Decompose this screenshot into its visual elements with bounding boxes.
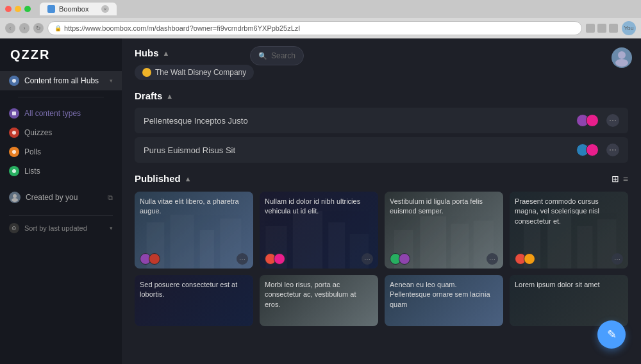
published-section-header: Published ▲ ⊞ ≡ [135, 173, 628, 184]
svg-point-0 [12, 79, 16, 83]
card-bottom-4[interactable]: Lorem ipsum dolor sit amet [510, 275, 628, 326]
svg-point-8 [615, 59, 628, 67]
card-2-image: Nullam id dolor id nibh ultricies vehicu… [260, 192, 378, 269]
hub-icon [9, 76, 19, 86]
create-fab[interactable]: ✎ [597, 320, 626, 349]
sidebar-item-polls[interactable]: Polls [0, 142, 122, 161]
hubs-arrow-icon: ▲ [163, 49, 170, 57]
card-bottom-4-text: Lorem ipsum dolor sit amet [510, 275, 628, 295]
close-button[interactable] [5, 6, 12, 12]
browser-tab[interactable]: Boombox × [40, 3, 117, 15]
browser-toolbar: ‹ › ↻ 🔒 https://www.boombox.com/m/dashbo… [0, 18, 641, 38]
app-container: QZZR Content from all Hubs ▾ All content… [0, 38, 641, 364]
sort-icon: ⊙ [9, 223, 19, 233]
lock-icon: 🔒 [54, 25, 62, 31]
hubs-title: Hubs ▲ [135, 47, 169, 58]
drafts-title: Drafts ▲ [135, 90, 173, 101]
lists-label: Lists [24, 167, 113, 176]
grid-view-icon[interactable]: ⊞ [612, 174, 619, 184]
card-4-avatars [515, 253, 535, 265]
published-arrow-icon: ▲ [185, 175, 192, 183]
all-content-label: All content types [24, 109, 113, 118]
reload-button[interactable]: ↻ [33, 23, 44, 33]
drafts-section: Drafts ▲ Pellentesque Inceptos Justo ⋯ P… [135, 90, 628, 163]
list-view-icon[interactable]: ≡ [623, 174, 628, 184]
card-2-avatar-2 [274, 253, 285, 265]
sidebar-item-created[interactable]: Created by you ⧉ [0, 187, 122, 208]
card-3[interactable]: Vestibulum id ligula porta felis euismod… [385, 192, 503, 269]
published-title: Published ▲ [135, 173, 192, 184]
card-2-more-btn[interactable]: ⋯ [362, 253, 373, 265]
card-3-avatar-2 [399, 253, 410, 265]
card-bottom-3-bg: Aenean eu leo quam. Pellentesque ornare … [385, 275, 503, 326]
draft-row-2[interactable]: Purus Euismod Risus Sit ⋯ [135, 137, 628, 163]
quizzes-label: Quizzes [24, 128, 113, 137]
back-button[interactable]: ‹ [5, 23, 15, 33]
hub-item-label: Content from all Hubs [24, 76, 104, 85]
card-4-footer: ⋯ [515, 253, 623, 265]
card-4-more-btn[interactable]: ⋯ [612, 253, 623, 265]
card-1-footer: ⋯ [140, 253, 248, 265]
draft-1-avatars [576, 114, 599, 127]
card-4[interactable]: Praesent commodo cursus magna, vel scele… [510, 192, 628, 269]
draft-title-1: Pellentesque Inceptos Justo [144, 116, 576, 126]
card-bottom-2[interactable]: Morbi leo risus, porta ac consectetur ac… [260, 275, 378, 326]
draft-title-2: Purus Euismod Risus Sit [144, 145, 576, 155]
card-4-avatar-2 [524, 253, 535, 265]
maximize-button[interactable] [24, 6, 31, 12]
avatar-pink-2 [586, 144, 599, 156]
user-avatar[interactable] [612, 47, 632, 68]
address-bar[interactable]: 🔒 https://www.boombox.com/m/dashboard?ow… [47, 21, 582, 35]
published-section: Published ▲ ⊞ ≡ Nulla vitae elit libero,… [135, 173, 628, 326]
tab-label: Boombox [59, 5, 88, 13]
card-2-avatars [265, 253, 285, 265]
draft-row-1[interactable]: Pellentesque Inceptos Justo ⋯ [135, 108, 628, 133]
tab-bar: Boombox × [0, 0, 641, 18]
published-cards-bottom-grid: Sed posuere consectetur est at lobortis.… [135, 275, 628, 326]
polls-icon [9, 147, 19, 157]
draft-1-more-btn[interactable]: ⋯ [606, 114, 619, 127]
card-1[interactable]: Nulla vitae elit libero, a pharetra augu… [135, 192, 253, 269]
app-logo: QZZR [0, 47, 122, 71]
draft-2-more-btn[interactable]: ⋯ [606, 144, 619, 156]
card-bottom-4-bg: Lorem ipsum dolor sit amet [510, 275, 628, 326]
tab-close-icon[interactable]: × [101, 5, 109, 13]
search-bar[interactable]: 🔍 Search [250, 46, 304, 65]
chrome-user-avatar[interactable]: You [622, 21, 636, 35]
extensions-icon[interactable] [597, 24, 606, 33]
card-bottom-3-text: Aenean eu leo quam. Pellentesque ornare … [385, 275, 503, 315]
card-bottom-3[interactable]: Aenean eu leo quam. Pellentesque ornare … [385, 275, 503, 326]
menu-icon[interactable] [609, 24, 618, 33]
draft-2-avatars [576, 144, 599, 156]
sidebar-item-quizzes[interactable]: Quizzes [0, 123, 122, 142]
sidebar-item-lists[interactable]: Lists [0, 161, 122, 181]
bookmark-icon[interactable] [586, 24, 595, 33]
drafts-section-header: Drafts ▲ [135, 90, 628, 101]
sidebar-divider-2 [9, 215, 113, 216]
tab-favicon [47, 5, 55, 13]
toolbar-icons [586, 24, 618, 33]
svg-point-6 [12, 198, 18, 202]
card-bottom-2-text: Morbi leo risus, porta ac consectetur ac… [260, 275, 378, 315]
created-label: Created by you [26, 193, 103, 202]
card-1-image: Nulla vitae elit libero, a pharetra augu… [135, 192, 253, 269]
forward-button[interactable]: › [19, 23, 29, 33]
main-content: 🔍 Search Hubs ▲ The Walt Disney Company … [122, 38, 641, 364]
hub-chevron-icon: ▾ [110, 78, 113, 84]
sidebar-sort[interactable]: ⊙ Sort by last updated ▾ [0, 219, 122, 238]
created-avatar [9, 192, 21, 203]
fab-edit-icon: ✎ [607, 329, 617, 340]
minimize-button[interactable] [15, 6, 21, 12]
sidebar-item-all-content[interactable]: All content types [0, 104, 122, 123]
card-3-more-btn[interactable]: ⋯ [487, 253, 498, 265]
sidebar-item-hubs[interactable]: Content from all Hubs ▾ [0, 71, 122, 90]
hub-chip[interactable]: The Walt Disney Company [135, 65, 254, 80]
svg-point-4 [12, 169, 16, 173]
card-bottom-1[interactable]: Sed posuere consectetur est at lobortis. [135, 275, 253, 326]
card-2[interactable]: Nullam id dolor id nibh ultricies vehicu… [260, 192, 378, 269]
all-content-icon [9, 108, 19, 119]
card-1-avatar-2 [149, 253, 160, 265]
hubs-section-header: Hubs ▲ [135, 47, 628, 58]
card-1-more-btn[interactable]: ⋯ [237, 253, 248, 265]
card-bottom-1-bg: Sed posuere consectetur est at lobortis. [135, 275, 253, 326]
